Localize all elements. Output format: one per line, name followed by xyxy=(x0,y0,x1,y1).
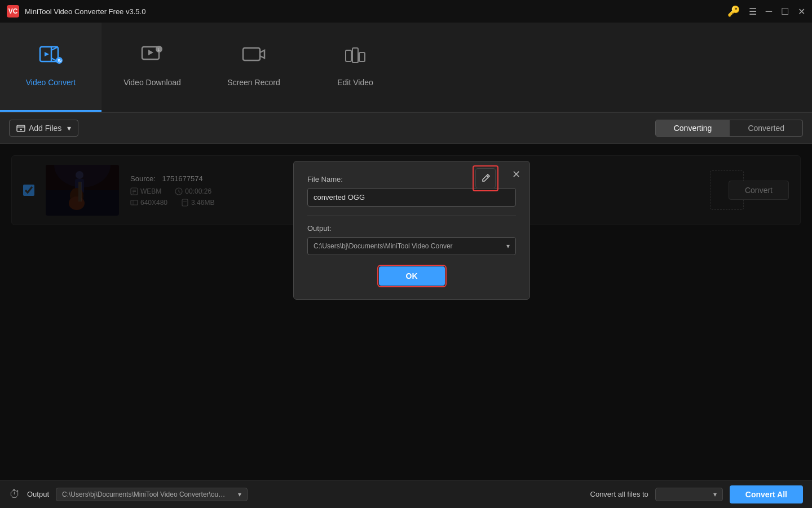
rename-modal: ✕ File Name: Output: C:\Users\bj\Documen… xyxy=(293,161,530,300)
add-files-icon xyxy=(16,124,25,133)
output-label: Output xyxy=(27,490,49,498)
svg-rect-8 xyxy=(243,48,260,60)
edit-pen-icon xyxy=(480,173,491,183)
close-icon[interactable]: ✕ xyxy=(798,6,805,17)
clock-icon: ⏱ xyxy=(9,488,20,501)
screen-record-icon xyxy=(242,45,266,71)
content-area: Source: 1751677574 WEBM 00:00:26 xyxy=(0,144,812,480)
modal-close-button[interactable]: ✕ xyxy=(512,168,520,181)
maximize-icon[interactable]: ☐ xyxy=(781,6,789,17)
convert-all-label: Convert all files to xyxy=(590,490,648,498)
svg-rect-11 xyxy=(359,52,365,62)
format-dropdown-icon[interactable]: ▾ xyxy=(713,491,717,498)
app-title: MiniTool Video Converter Free v3.5.0 xyxy=(25,7,145,16)
tab-video-convert[interactable]: ↻ Video Convert xyxy=(0,21,102,112)
add-files-dropdown-icon[interactable]: ▾ xyxy=(67,124,71,133)
bottom-bar: ⏱ Output C:\Users\bj\Documents\MiniTool … xyxy=(0,480,812,508)
minimize-icon[interactable]: ─ xyxy=(766,6,772,16)
svg-marker-5 xyxy=(148,50,153,55)
ok-button-wrapper: OK xyxy=(307,266,516,286)
file-name-input[interactable] xyxy=(307,188,516,207)
output-path-selector[interactable]: C:\Users\bj\Documents\MiniTool Video Con… xyxy=(56,488,248,501)
svg-rect-9 xyxy=(346,50,351,62)
video-download-icon: ↓ xyxy=(140,45,164,71)
nav-tabs: ↻ Video Convert ↓ Video Download Screen … xyxy=(0,23,812,113)
svg-line-35 xyxy=(487,176,488,177)
tab-edit-video-label: Edit Video xyxy=(337,78,373,87)
tab-screen-record-label: Screen Record xyxy=(227,78,280,87)
tab-screen-record[interactable]: Screen Record xyxy=(203,21,304,112)
edit-icon-wrapper[interactable] xyxy=(475,168,496,189)
toolbar: Add Files ▾ Converting Converted xyxy=(0,113,812,144)
add-files-button[interactable]: Add Files ▾ xyxy=(9,120,78,137)
output-path-selector[interactable]: C:\Users\bj\Documents\MiniTool Video Con… xyxy=(307,237,516,255)
svg-marker-1 xyxy=(45,52,49,56)
tab-edit-video[interactable]: Edit Video xyxy=(304,21,406,112)
convert-all-button[interactable]: Convert All xyxy=(730,485,803,503)
titlebar: VC MiniTool Video Converter Free v3.5.0 … xyxy=(0,0,812,23)
svg-text:↻: ↻ xyxy=(58,58,62,64)
svg-rect-10 xyxy=(352,48,358,63)
app-logo: VC xyxy=(7,5,19,17)
convert-all-format-selector[interactable]: ▾ xyxy=(655,488,723,501)
key-icon[interactable]: 🔑 xyxy=(727,5,740,17)
window-controls: 🔑 ☰ ─ ☐ ✕ xyxy=(727,5,805,17)
edit-video-icon xyxy=(343,45,367,71)
tab-video-download[interactable]: ↓ Video Download xyxy=(102,21,203,112)
ok-button[interactable]: OK xyxy=(379,266,445,286)
converting-tab[interactable]: Converting xyxy=(656,120,730,136)
svg-text:↓: ↓ xyxy=(157,46,160,52)
converted-tab[interactable]: Converted xyxy=(730,120,802,136)
menu-icon[interactable]: ☰ xyxy=(749,6,757,17)
output-path-dropdown-icon[interactable]: ▾ xyxy=(238,491,241,498)
output-dropdown-icon[interactable]: ▾ xyxy=(506,242,510,250)
tab-switcher: Converting Converted xyxy=(655,120,803,137)
tab-video-download-label: Video Download xyxy=(123,78,181,87)
ok-button-container: OK xyxy=(379,266,445,286)
output-path-label: Output: xyxy=(307,224,516,233)
tab-video-convert-label: Video Convert xyxy=(26,78,76,87)
video-convert-icon: ↻ xyxy=(39,45,63,71)
svg-rect-12 xyxy=(17,125,25,132)
